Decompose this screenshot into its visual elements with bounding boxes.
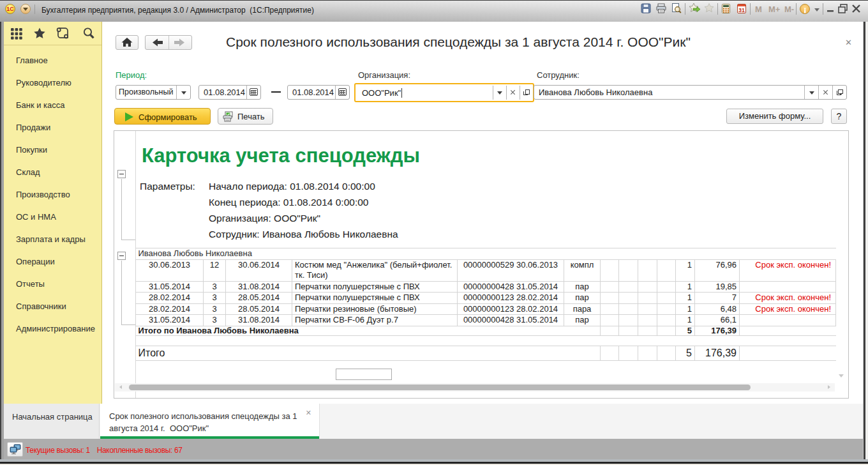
svg-text:M+: M+	[768, 4, 781, 14]
svg-text:M-: M-	[784, 4, 794, 14]
svg-text:M: M	[755, 4, 762, 14]
svg-text:31: 31	[738, 7, 745, 13]
